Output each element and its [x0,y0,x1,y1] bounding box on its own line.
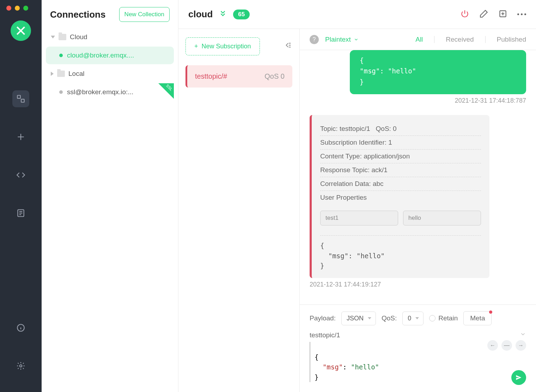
svg-rect-1 [21,99,24,102]
nav-settings[interactable] [12,357,29,374]
nav-scripts[interactable] [12,167,29,183]
history-prev-button[interactable]: ← [487,340,498,351]
divider [434,36,434,43]
received-message-body: Topic: testtopic/1 QoS: 0 Subscription I… [310,115,489,278]
messages-panel: ? Plaintext All Received Published { [300,29,536,392]
format-value: Plaintext [325,36,351,43]
meta-label: Meta [470,314,485,322]
topic-expand-icon[interactable] [520,331,526,339]
connection-label: cloud@broker.emqx.... [67,52,134,59]
main-panel: cloud 65 + New Subscription [178,0,536,392]
retain-toggle[interactable]: Retain [429,314,458,322]
divider [485,36,486,43]
message-count-badge: 65 [233,10,250,19]
sent-timestamp: 2021-12-31 17:44:18:787 [455,97,526,104]
filter-tab-all[interactable]: All [415,36,423,43]
recv-payload: { "msg": "hello" } [320,235,481,271]
new-subscription-button[interactable]: + New Subscription [185,37,260,55]
recv-sub-id: Subscription Identifier: 1 [320,139,392,146]
status-dot-offline [59,90,63,94]
minimize-window[interactable] [15,6,20,11]
sent-message: { "msg": "hello" } 2021-12-31 17:44:18:7… [310,50,526,104]
group-cloud[interactable]: Cloud [46,29,174,45]
edit-button[interactable] [479,9,488,20]
connection-ssl[interactable]: ssl@broker.emqx.io:... SSL [46,83,174,101]
connection-label: ssl@broker.emqx.io:... [67,88,133,96]
retain-label: Retain [438,314,458,322]
more-menu[interactable] [517,13,526,15]
group-local[interactable]: Local [46,66,174,82]
collapse-subscriptions-icon[interactable] [285,41,292,50]
meta-indicator-dot [489,310,492,314]
subscription-topic: testtopic/# [195,72,227,80]
close-window[interactable] [6,6,11,11]
new-window-button[interactable] [498,9,507,20]
window-controls [6,6,28,11]
recv-timestamp: 2021-12-31 17:44:19:127 [310,281,381,288]
compose-panel: Payload: JSON QoS: 0 Retain Meta testtop… [300,304,536,392]
sent-message-body: { "msg": "hello" } [350,50,526,94]
svg-point-4 [20,365,22,367]
qos-select[interactable]: 0 [402,312,424,325]
sent-line: } [360,77,516,87]
connections-sidebar: Connections New Collection Cloud cloud@b… [42,0,178,392]
subscription-qos: QoS 0 [264,72,285,80]
recv-correlation: Correlation Data: abc [320,180,384,188]
nav-connections[interactable] [12,90,29,107]
recv-content-type: Content Type: application/json [320,152,410,160]
send-button[interactable] [511,370,526,385]
history-next-button[interactable]: → [516,340,526,351]
app-logo [11,20,31,41]
help-icon[interactable]: ? [310,35,319,44]
disconnect-button[interactable] [460,9,469,20]
folder-icon [59,34,66,40]
filter-tab-published[interactable]: Published [497,36,526,43]
format-selector[interactable]: Plaintext [325,36,359,43]
meta-button[interactable]: Meta [463,311,492,325]
new-collection-button[interactable]: New Collection [119,7,170,22]
nav-log[interactable] [12,205,29,222]
user-property-key: test1 [320,211,398,225]
received-message: Topic: testtopic/1 QoS: 0 Subscription I… [310,115,526,288]
nav-add[interactable] [12,128,29,145]
nav-rail [0,0,42,392]
expand-icon[interactable] [219,10,227,19]
user-properties-label: User Properties [320,194,481,201]
connection-name: cloud [188,9,213,20]
radio-icon [429,315,436,321]
subscription-item[interactable]: testtopic/# QoS 0 [185,65,292,88]
maximize-window[interactable] [23,6,28,11]
sidebar-title: Connections [50,9,105,20]
recv-response-topic: Response Topic: ack/1 [320,166,388,174]
connection-cloud[interactable]: cloud@broker.emqx.... [46,47,174,64]
messages-filter-bar: ? Plaintext All Received Published [300,29,536,50]
caret-right-icon [51,72,54,76]
new-subscription-label: New Subscription [202,43,251,50]
recv-topic: Topic: testtopic/1 [320,125,370,133]
folder-icon [57,71,65,77]
group-label: Cloud [70,33,87,41]
sent-line: "msg": "hello" [360,66,516,76]
history-clear-button[interactable]: — [501,340,512,351]
status-dot-online [59,54,63,57]
main-header: cloud 65 [178,0,536,29]
payload-label: Payload: [310,314,336,322]
user-property-value: hello [403,211,481,225]
group-label: Local [68,70,84,78]
plus-icon: + [194,43,198,50]
messages-list[interactable]: { "msg": "hello" } 2021-12-31 17:44:18:7… [300,50,536,304]
subscriptions-panel: + New Subscription testtopic/# QoS 0 [178,29,300,392]
payload-format-select[interactable]: JSON [341,312,376,325]
caret-down-icon [51,36,55,38]
nav-info[interactable] [12,319,29,336]
filter-tab-received[interactable]: Received [446,36,474,43]
qos-label: QoS: [382,314,397,322]
recv-qos: QoS: 0 [376,125,397,133]
svg-rect-0 [17,95,20,98]
compose-topic[interactable]: testtopic/1 [310,331,340,339]
